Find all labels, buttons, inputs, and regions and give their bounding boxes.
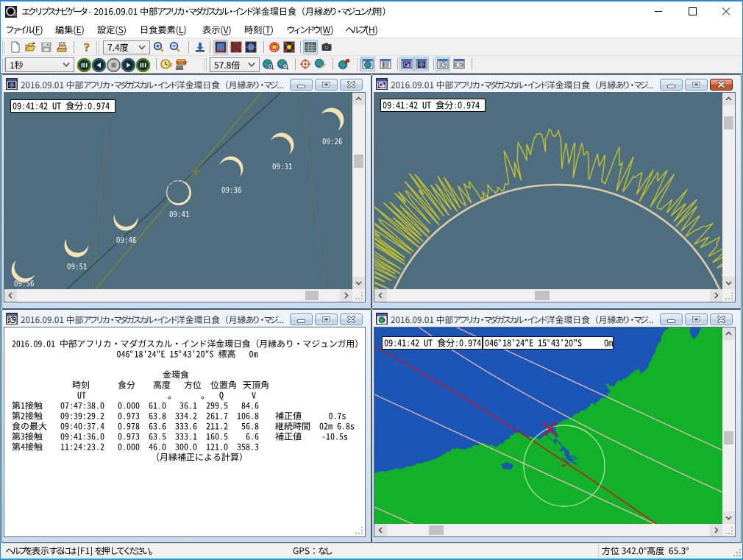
svg-text:2: 2 <box>14 11 18 18</box>
